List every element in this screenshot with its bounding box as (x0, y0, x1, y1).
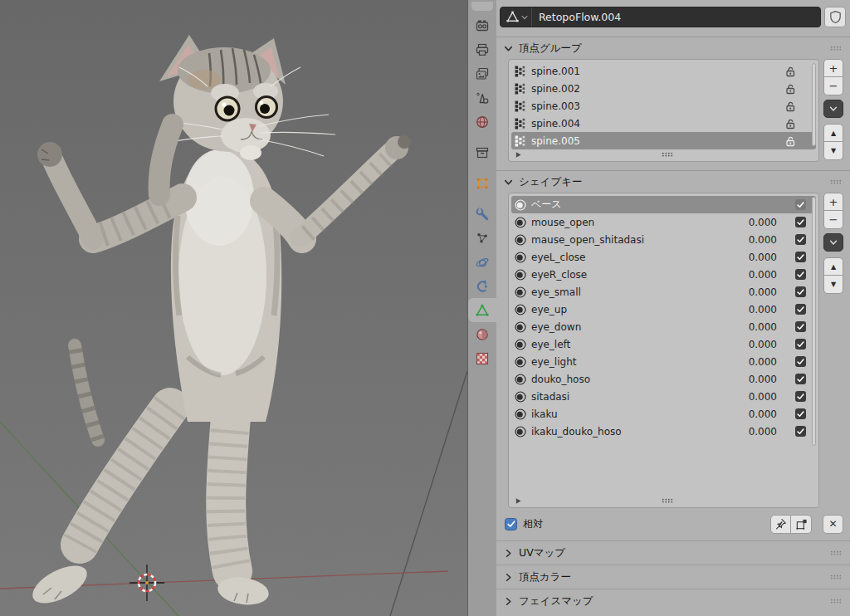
shape-key-row[interactable]: eye_down 0.000 (511, 318, 816, 335)
shape-key-row[interactable]: eye_up 0.000 (511, 301, 816, 318)
add-vertex-group-button[interactable]: + (823, 59, 843, 77)
expand-triangle-icon[interactable] (515, 151, 522, 159)
list-scrollbar[interactable] (812, 63, 816, 146)
shape-key-checkbox[interactable] (795, 234, 806, 245)
relative-checkbox[interactable] (505, 518, 517, 530)
shape-key-checkbox[interactable] (795, 269, 806, 280)
expand-triangle-icon[interactable] (515, 497, 522, 505)
3d-viewport[interactable] (0, 0, 467, 616)
shape-key-checkbox[interactable] (795, 339, 806, 350)
shape-key-row[interactable]: eyeL_close 0.000 (511, 248, 816, 266)
vertex-group-row[interactable]: spine.004 (511, 115, 816, 132)
tab-physics[interactable] (468, 250, 496, 274)
uv-maps-panel-header[interactable]: UVマップ (496, 540, 850, 565)
pin-shape-key-button[interactable] (770, 515, 791, 534)
shape-key-row-selected[interactable]: ベース (511, 196, 816, 213)
panel-grip-icon[interactable] (830, 178, 842, 185)
tab-particles[interactable] (468, 226, 496, 250)
tab-texture[interactable] (468, 346, 496, 370)
shape-key-checkbox[interactable] (795, 199, 806, 210)
tab-constraints[interactable] (468, 274, 496, 298)
shape-key-row[interactable]: ikaku_douko_hoso 0.000 (511, 423, 816, 440)
shape-key-value[interactable]: 0.000 (725, 339, 777, 350)
shape-key-row[interactable]: eyeR_close 0.000 (511, 266, 816, 283)
panel-grip-icon[interactable] (830, 550, 842, 556)
remove-vertex-group-button[interactable]: − (823, 77, 843, 95)
unlock-icon[interactable] (784, 83, 796, 95)
move-shape-key-down-button[interactable]: ▼ (823, 276, 843, 294)
shape-key-row[interactable]: eye_light 0.000 (511, 353, 816, 370)
move-vertex-group-down-button[interactable]: ▼ (823, 142, 843, 160)
shape-key-value[interactable]: 0.000 (725, 321, 777, 333)
shape-key-value[interactable]: 0.000 (725, 304, 777, 315)
shape-key-row[interactable]: sitadasi 0.000 (511, 388, 816, 405)
shape-key-row[interactable]: mouse_open 0.000 (511, 213, 816, 231)
shape-key-checkbox[interactable] (795, 217, 806, 227)
shape-key-value[interactable]: 0.000 (725, 217, 777, 228)
fake-user-button[interactable] (824, 7, 846, 27)
vertex-group-row[interactable]: spine.002 (511, 80, 816, 97)
shape-key-checkbox[interactable] (795, 374, 806, 384)
resize-grip-icon[interactable] (662, 497, 673, 504)
tab-world[interactable] (468, 110, 496, 134)
tab-view-layer[interactable] (468, 61, 496, 86)
tab-render[interactable] (468, 13, 496, 37)
resize-grip-icon[interactable] (662, 151, 673, 158)
shape-keys-list[interactable]: ベース mouse_open 0.000 mause_open_shitadas… (508, 193, 819, 508)
panel-grip-icon[interactable] (830, 574, 842, 580)
vertex-groups-header[interactable]: 頂点グループ (496, 37, 850, 59)
shape-key-row[interactable]: douko_hoso 0.000 (511, 370, 816, 388)
tab-collection[interactable] (468, 140, 496, 164)
tab-material[interactable] (468, 322, 496, 346)
vertex-group-row-selected[interactable]: spine.005 (511, 132, 816, 149)
shape-key-row[interactable]: eye_small 0.000 (511, 283, 816, 301)
shape-keys-header[interactable]: シェイプキー (496, 171, 850, 193)
tab-object[interactable] (468, 171, 496, 195)
shape-key-value[interactable]: 0.000 (725, 269, 777, 281)
vertex-group-row[interactable]: spine.001 (511, 62, 816, 80)
shape-key-value[interactable]: 0.000 (725, 234, 777, 246)
shape-key-checkbox[interactable] (795, 391, 806, 402)
shape-key-row[interactable]: ikaku 0.000 (511, 405, 816, 423)
panel-grip-icon[interactable] (830, 45, 842, 51)
unlock-icon[interactable] (784, 66, 796, 77)
shape-key-value[interactable]: 0.000 (725, 426, 777, 438)
shape-key-row[interactable]: mause_open_shitadasi 0.000 (511, 231, 816, 248)
shape-key-value[interactable]: 0.000 (725, 286, 777, 298)
vertex-group-row[interactable]: spine.003 (511, 97, 816, 115)
unlock-icon[interactable] (784, 118, 796, 130)
shape-key-checkbox[interactable] (795, 426, 806, 437)
add-shape-key-button[interactable]: + (823, 193, 843, 211)
move-shape-key-up-button[interactable]: ▲ (823, 257, 843, 276)
shape-key-checkbox[interactable] (795, 321, 806, 332)
clear-shape-keys-button[interactable]: ✕ (823, 515, 843, 534)
vertex-group-specials-button[interactable] (823, 100, 843, 118)
shape-key-row[interactable]: eye_left 0.000 (511, 335, 816, 353)
tab-scene[interactable] (468, 86, 496, 110)
shape-key-specials-button[interactable] (823, 233, 843, 252)
shape-key-checkbox[interactable] (795, 356, 806, 367)
tab-tool[interactable] (471, 2, 493, 11)
shape-key-value[interactable]: 0.000 (725, 391, 777, 403)
unlock-icon[interactable] (784, 135, 796, 147)
shape-key-value[interactable]: 0.000 (725, 374, 777, 385)
panel-grip-icon[interactable] (830, 598, 842, 604)
remove-shape-key-button[interactable]: − (823, 211, 843, 229)
tab-object-data[interactable] (468, 298, 496, 322)
shape-key-checkbox[interactable] (795, 252, 806, 262)
tab-modifiers[interactable] (468, 202, 496, 226)
shape-key-value[interactable]: 0.000 (725, 356, 777, 368)
shape-key-checkbox[interactable] (795, 286, 806, 297)
edit-mode-display-button[interactable] (791, 515, 812, 534)
tab-output[interactable] (468, 37, 496, 61)
shape-key-checkbox[interactable] (795, 408, 806, 419)
shape-key-value[interactable]: 0.000 (725, 408, 777, 420)
shape-key-checkbox[interactable] (795, 304, 806, 315)
unlock-icon[interactable] (784, 100, 796, 112)
face-maps-panel-header[interactable]: フェイスマップ (496, 589, 850, 613)
mesh-data-dropdown[interactable] (501, 7, 532, 27)
list-scrollbar[interactable] (812, 197, 816, 446)
vertex-groups-list[interactable]: spine.001 spine.002 spine.003 spine.004 (508, 59, 819, 162)
move-vertex-group-up-button[interactable]: ▲ (823, 124, 843, 142)
shape-key-value[interactable]: 0.000 (725, 252, 777, 263)
